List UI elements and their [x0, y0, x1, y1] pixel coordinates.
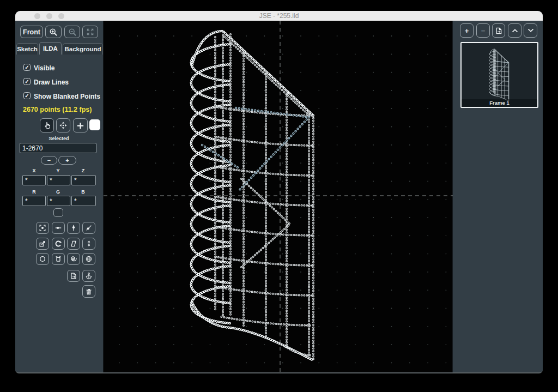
z-axis-label: Z [71, 168, 95, 173]
g-channel-label: G [46, 189, 70, 195]
draw-lines-label: Draw Lines [34, 79, 69, 86]
skew-parallelogram-icon [70, 240, 77, 248]
x-value-field[interactable] [22, 175, 46, 185]
remove-frame-button[interactable]: − [476, 23, 490, 38]
spiral-icon [70, 255, 77, 263]
frame-thumbnail-drawing [462, 43, 537, 107]
x-axis-label: X [22, 168, 46, 173]
y-value-field[interactable] [47, 175, 70, 185]
zoom-in-icon [49, 28, 58, 37]
frame-thumbnail-label: Frame 1 [462, 99, 537, 107]
expand-arrows-icon [86, 28, 94, 36]
frames-sidebar: + − Frame [453, 21, 543, 372]
file-copy-icon [495, 27, 503, 35]
select-tool-button[interactable] [40, 118, 54, 132]
b-value-field[interactable] [71, 196, 96, 206]
y-axis-label: Y [46, 168, 70, 173]
visible-checkbox[interactable]: ✓ [23, 64, 31, 71]
center-points-button[interactable] [36, 222, 49, 234]
skew-tool-button[interactable] [67, 238, 80, 250]
z-value-field[interactable] [71, 175, 96, 185]
b-channel-label: B [71, 189, 95, 195]
zoom-out-icon [68, 28, 77, 37]
globe-icon [85, 255, 93, 263]
chevron-down-icon [527, 27, 535, 34]
app-window: JSE - *255.ild Front [15, 11, 543, 373]
zoom-out-button[interactable] [64, 26, 80, 38]
point-line-diagonal-icon [85, 224, 93, 232]
move-frame-down-button[interactable] [524, 23, 537, 38]
laser-preview-canvas[interactable] [103, 21, 453, 372]
view-direction-button[interactable]: Front [20, 26, 43, 38]
draw-lines-checkbox[interactable]: ✓ [23, 78, 31, 85]
duplicate-frame-button[interactable] [492, 23, 505, 38]
tab-background-label: Background [64, 46, 101, 52]
rotate-tool-button[interactable] [52, 238, 65, 250]
add-frame-button[interactable]: + [460, 23, 474, 38]
add-point-tool-button[interactable] [73, 118, 88, 132]
zoom-in-button[interactable] [45, 26, 62, 38]
export-frame-button[interactable] [67, 270, 80, 282]
scale-tool-button[interactable] [36, 238, 49, 250]
selection-grow-button[interactable]: + [58, 156, 76, 165]
trash-icon [85, 288, 93, 295]
tab-background[interactable]: Background [63, 43, 103, 55]
title-bar: JSE - *255.ild [15, 11, 543, 21]
minus-icon: − [481, 27, 486, 35]
point-line-horizontal-icon [54, 224, 62, 232]
focus-center-icon [39, 224, 46, 232]
r-channel-label: R [22, 189, 46, 195]
delete-points-button[interactable] [82, 285, 95, 298]
crosshair [104, 21, 453, 373]
scale-icon [39, 240, 46, 248]
twist-tool-button[interactable] [82, 238, 95, 250]
move-frame-up-button[interactable] [508, 23, 521, 38]
point-line-vertical-icon [70, 224, 77, 232]
distribute-x-button[interactable] [52, 222, 65, 234]
point-color-swatch[interactable] [89, 119, 100, 130]
selection-color-swatch[interactable] [53, 208, 63, 217]
grid-dots [119, 35, 446, 363]
move-tool-button[interactable] [56, 118, 70, 132]
selection-range-input[interactable] [20, 143, 96, 153]
ilda-sidebar: Front [15, 21, 103, 372]
sphere-shape-button[interactable] [82, 253, 95, 265]
show-blanked-checkbox[interactable]: ✓ [23, 92, 31, 99]
twist-icon [85, 240, 93, 248]
plus-icon: + [465, 27, 469, 35]
window-title: JSE - *255.ild [15, 12, 543, 20]
laser-frame-drawing [104, 21, 453, 373]
view-direction-label: Front [23, 28, 40, 36]
move-arrows-icon [59, 121, 68, 130]
plus-cross-icon [76, 122, 84, 130]
plus-icon: + [65, 158, 69, 164]
spiral-shape-button[interactable] [67, 253, 80, 265]
zoom-fit-button[interactable] [82, 26, 98, 38]
circle-shape-button[interactable] [36, 253, 49, 265]
points-status: 2670 points (11.2 fps) [23, 106, 92, 113]
g-value-field[interactable] [47, 196, 70, 206]
chevron-up-icon [511, 27, 519, 34]
tab-ilda-label: ILDA [43, 45, 58, 52]
selected-label: Selected [40, 136, 78, 141]
file-export-icon [70, 272, 77, 280]
minus-icon: − [47, 158, 51, 164]
thumbnail-points [489, 49, 508, 101]
anchor-icon [85, 272, 93, 280]
rectangle-icon [54, 255, 62, 263]
rectangle-shape-button[interactable] [52, 253, 65, 265]
visible-label: Visible [34, 64, 54, 72]
anchor-tool-button[interactable] [82, 270, 95, 282]
distribute-diagonal-button[interactable] [82, 222, 95, 234]
frame-thumbnail[interactable]: Frame 1 [460, 42, 538, 108]
r-value-field[interactable] [22, 196, 46, 206]
distribute-y-button[interactable] [67, 222, 80, 234]
hand-pointer-icon [43, 122, 51, 130]
tab-sketch[interactable]: Sketch [16, 43, 38, 55]
circle-icon [39, 255, 46, 263]
tab-sketch-label: Sketch [17, 46, 38, 52]
rotate-icon [54, 240, 62, 248]
show-blanked-label: Show Blanked Points [34, 93, 100, 100]
tab-ilda[interactable]: ILDA [39, 42, 62, 55]
selection-shrink-button[interactable]: − [41, 156, 57, 165]
